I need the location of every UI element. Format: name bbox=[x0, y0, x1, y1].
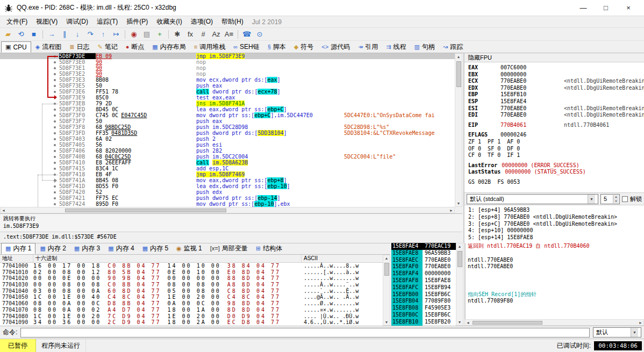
phone-icon[interactable]: ☎ bbox=[241, 29, 253, 40]
maximize-button[interactable]: □ bbox=[595, 0, 617, 16]
stack-comments-hscroll-thumb[interactable] bbox=[473, 321, 542, 325]
breakpoint-gutter[interactable] bbox=[0, 77, 59, 83]
hide-fpu-button[interactable]: 隐藏FPU bbox=[464, 53, 644, 62]
disasm-row[interactable]: 5D8F740B6804C0C25Dpush im.5DC2C0045DC2C0… bbox=[0, 154, 455, 160]
breakpoint-dot-icon[interactable] bbox=[54, 103, 56, 105]
stack-row[interactable]: 15E8FB0477089F80 bbox=[391, 298, 456, 305]
breakpoint-dot-icon[interactable] bbox=[54, 179, 56, 182]
minimize-button[interactable]: — bbox=[572, 0, 595, 16]
disasm-row[interactable]: 5D8F73E38B08mov ecx,dword ptr ds:[eax] bbox=[0, 77, 455, 83]
disasm-row[interactable]: 5D8F741583C4 1Cadd esp,1C bbox=[0, 166, 455, 171]
tab-references[interactable]: ↠引用 bbox=[354, 41, 382, 53]
stack-row[interactable]: 15E8FB1015E8FB20 bbox=[391, 319, 456, 326]
register-row[interactable]: EIP770B4061ntdll.770B4061 bbox=[468, 122, 640, 129]
patches-icon[interactable]: + bbox=[154, 29, 166, 40]
stack-row[interactable]: 15E8FAFC15E8FB94 bbox=[391, 284, 456, 291]
unlock-checkbox[interactable] bbox=[622, 196, 628, 202]
register-row[interactable]: EDI770EABE0<ntdll.DbgUiRemoteBreakin> bbox=[468, 112, 640, 119]
run-to-return-icon[interactable]: ↦ bbox=[110, 29, 122, 40]
scroll-left-icon[interactable]: ◄ bbox=[466, 321, 470, 325]
dump-row[interactable]: 7704100016 00 17 00 18C0 8B 04 7714 00 1… bbox=[0, 263, 383, 269]
dump-row[interactable]: 770410801C 00 1E 00 207C D9 04 771E 00 2… bbox=[0, 313, 383, 320]
breakpoint-dot-icon[interactable] bbox=[54, 126, 56, 128]
breakpoint-gutter[interactable] bbox=[0, 195, 59, 201]
command-mode-select[interactable]: 默认 ▼ bbox=[593, 327, 641, 337]
register-row[interactable]: EDX770EABE0<ntdll.DbgUiRemoteBreakin> bbox=[468, 85, 640, 92]
dump-vscroll[interactable]: ▲ ▼ bbox=[383, 255, 390, 326]
tab-struct[interactable]: ⊞结构体 bbox=[252, 243, 286, 254]
breakpoint-dot-icon[interactable] bbox=[54, 55, 56, 58]
tab-log[interactable]: ≣日志 bbox=[66, 41, 93, 53]
tab-script[interactable]: §脚本 bbox=[264, 41, 290, 53]
breakpoint-dot-icon[interactable] bbox=[54, 138, 56, 140]
breakpoint-dot-icon[interactable] bbox=[54, 191, 56, 193]
tab-cpu[interactable]: ▣CPU bbox=[1, 41, 31, 53]
breakpoint-dot-icon[interactable] bbox=[54, 156, 56, 158]
menu-item[interactable]: 帮助(H) bbox=[217, 16, 248, 27]
stack-comments-hscroll[interactable]: ◄ ► bbox=[464, 319, 644, 326]
disasm-row[interactable]: 5D8F74036A 02push 2 bbox=[0, 136, 455, 142]
breakpoint-gutter[interactable] bbox=[0, 59, 59, 65]
breakpoint-dot-icon[interactable] bbox=[54, 203, 56, 205]
breakpoint-gutter[interactable] bbox=[0, 177, 59, 183]
breakpoint-dot-icon[interactable] bbox=[54, 144, 56, 146]
register-row[interactable]: ESP15E8FAE4 bbox=[468, 98, 640, 105]
disasm-row[interactable]: 5D8F7421FF75 ECpush dword ptr ss:[ebp-14… bbox=[0, 195, 455, 201]
tab-watch1[interactable]: ◉监视 1 bbox=[173, 243, 206, 254]
tab-call-stack[interactable]: ≡调用堆栈 bbox=[190, 41, 229, 53]
disassembly-pane[interactable]: 5D8F73DEEB 09jmp im.5D8F73E95D8F73E090no… bbox=[0, 53, 455, 207]
disasm-row[interactable]: 5D8F7410E8 26EEFAFFcall im.5D8A623B bbox=[0, 160, 455, 166]
breakpoint-gutter[interactable] bbox=[0, 166, 59, 171]
menu-item[interactable]: 选项(O) bbox=[187, 16, 217, 27]
register-row[interactable]: LastStatus00000000 (STATUS_SUCCESS) bbox=[468, 169, 640, 176]
disasm-row[interactable]: 5D8F73E290nop bbox=[0, 71, 455, 77]
breakpoint-gutter[interactable] bbox=[0, 71, 59, 77]
breakpoint-dot-icon[interactable] bbox=[54, 168, 56, 170]
call-arg-line[interactable]: 2: [esp+8] 770EABE0 <ntdll.DbgUiRemoteBr… bbox=[468, 214, 640, 221]
breakpoint-gutter[interactable] bbox=[0, 124, 59, 130]
menu-item[interactable]: 插件(P) bbox=[122, 16, 152, 27]
breakpoint-dot-icon[interactable] bbox=[54, 91, 56, 93]
dump-row[interactable]: 7704106008 00 0A 00 0CD8 8B 04 770A 00 0… bbox=[0, 300, 383, 307]
menu-item[interactable]: 调试(D) bbox=[62, 16, 92, 27]
pause-icon[interactable]: ∥ bbox=[59, 29, 70, 40]
breakpoint-gutter[interactable] bbox=[0, 112, 59, 118]
disasm-row[interactable]: 5D8F73E6FF51 78call dword ptr ds:[ecx+78… bbox=[0, 89, 455, 95]
tab-dump5[interactable]: ▦内存 5 bbox=[139, 243, 172, 254]
disasm-row[interactable]: 5D8F73F750push eax bbox=[0, 118, 455, 124]
disasm-row[interactable]: 5D8F73E090nop bbox=[0, 59, 455, 65]
scroll-down-icon[interactable]: ▼ bbox=[458, 320, 462, 324]
breakpoint-gutter[interactable] bbox=[0, 142, 59, 148]
breakpoint-gutter[interactable] bbox=[0, 89, 59, 95]
font-icon[interactable]: Az bbox=[210, 29, 222, 40]
scroll-down-icon[interactable]: ▼ bbox=[457, 202, 461, 205]
call-arg-line[interactable]: 3: [esp+C] 770EABE0 <ntdll.DbgUiRemoteBr… bbox=[468, 221, 640, 228]
breakpoint-gutter[interactable] bbox=[0, 100, 59, 106]
breakpoint-dot-icon[interactable] bbox=[54, 97, 56, 99]
register-row[interactable]: EBP15E8FB10 bbox=[468, 91, 640, 98]
breakpoint-gutter[interactable] bbox=[0, 95, 59, 100]
stack-row[interactable]: 15E8FB08F45905E3 bbox=[391, 305, 456, 312]
step-out-icon[interactable]: ↑ bbox=[97, 29, 109, 40]
scroll-right-icon[interactable]: ► bbox=[449, 209, 453, 212]
disasm-row[interactable]: 5D8F73F0C745 0CE047C45Dmov dword ptr ss:… bbox=[0, 112, 455, 118]
tab-graph[interactable]: ◈流程图 bbox=[32, 41, 65, 53]
open-file-icon[interactable]: ▰ bbox=[2, 29, 14, 40]
stack-row[interactable]: 15E8FB0C15E8FB6C bbox=[391, 312, 456, 319]
chevron-down-icon[interactable]: ▼ bbox=[631, 328, 638, 337]
tab-threads[interactable]: ⇉线程 bbox=[382, 41, 410, 53]
disasm-row[interactable]: 5D8F73E190nop bbox=[0, 65, 455, 71]
disasm-row[interactable]: 5D8F73ED8D45 0Clea eax,dword ptr ss:[ebp… bbox=[0, 106, 455, 112]
breakpoint-gutter[interactable] bbox=[0, 106, 59, 112]
scroll-right-icon[interactable]: ► bbox=[639, 321, 642, 325]
breakpoint-gutter[interactable] bbox=[0, 148, 59, 154]
tab-symbols[interactable]: ◆符号 bbox=[290, 41, 317, 53]
disasm-row[interactable]: 5D8F73FDFF350481D35Dpush dword ptr ds:[5… bbox=[0, 130, 455, 136]
close-button[interactable]: × bbox=[617, 0, 640, 16]
tab-locals[interactable]: [x=]局部变量 bbox=[206, 243, 252, 254]
breakpoint-gutter[interactable] bbox=[0, 53, 59, 59]
stack-vscroll[interactable]: ▲ ▼ bbox=[456, 243, 463, 326]
dump-row[interactable]: 7704104003 00 08 00 0A60 8D 04 7705 00 0… bbox=[0, 288, 383, 294]
dump-row[interactable]: 7704102000 00 0E 00 0090 9B 04 7700 00 0… bbox=[0, 275, 383, 282]
dump-row[interactable]: 7704107008 00 0A 00 02A4 D7 04 7718 00 1… bbox=[0, 307, 383, 313]
